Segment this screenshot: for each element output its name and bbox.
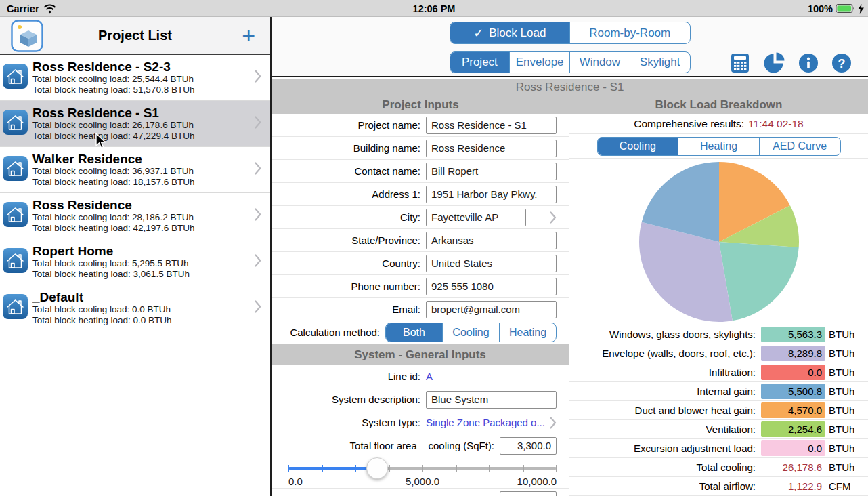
segment-cooling[interactable]: Cooling — [598, 138, 678, 155]
result-label: Excursion adjustment load: — [569, 442, 756, 454]
result-label: Windows, glass doors, skylights: — [569, 329, 756, 340]
slider-tick — [556, 465, 557, 472]
tab-segmented: ProjectEnvelopeWindowSkylight — [450, 51, 691, 73]
result-unit: BTUh — [829, 442, 860, 454]
city-field[interactable] — [426, 209, 526, 226]
field-label: Phone number: — [272, 281, 420, 292]
battery-icon — [836, 4, 855, 13]
segment-skylight[interactable]: Skylight — [630, 52, 690, 73]
svg-text:?: ? — [838, 56, 846, 70]
system-description-field[interactable] — [426, 391, 557, 409]
project-list-item-ross-residence-s2-3[interactable]: Ross Residence - S2-3 Total block coolin… — [0, 55, 270, 101]
chart-button[interactable] — [763, 51, 785, 74]
floor-area-cooling-field[interactable] — [500, 437, 557, 455]
building-name-field[interactable] — [426, 140, 557, 157]
add-project-button[interactable]: + — [242, 22, 255, 48]
house-icon — [3, 248, 28, 276]
result-label: Infiltration: — [569, 367, 756, 378]
system-description-row: System description: — [272, 388, 569, 411]
help-button[interactable]: ? — [831, 53, 852, 73]
address-1-field[interactable] — [426, 186, 557, 203]
state-province-row: State/Province: — [272, 229, 569, 252]
house-icon — [3, 64, 28, 91]
segment-label: Cooling — [452, 327, 489, 339]
split-view-divider[interactable] — [270, 17, 272, 496]
result-value-chip: 0.0 — [761, 365, 825, 380]
segment-block-load[interactable]: ✓Block Load — [450, 22, 570, 43]
segment-heating[interactable]: Heating — [678, 138, 759, 155]
chevron-right-icon — [255, 254, 261, 270]
segment-heating[interactable]: Heating — [499, 323, 556, 342]
segment-both[interactable]: Both — [386, 323, 442, 342]
breakdown-tab-segmented: CoolingHeatingAED Curve — [597, 137, 841, 156]
segment-label: Room-by-Room — [589, 26, 670, 40]
contact-name-field[interactable] — [426, 163, 557, 180]
email-field[interactable] — [426, 301, 557, 318]
result-value-chip: 0.0 — [761, 440, 825, 456]
house-icon — [3, 156, 28, 184]
project-name: Ross Residence — [32, 198, 255, 212]
slider-min-label: 0.0 — [288, 476, 303, 487]
result-value: 4,570.0 — [788, 405, 822, 416]
project-list-item-ross-residence-s1[interactable]: Ross Residence - S1 Total block cooling … — [0, 101, 270, 147]
slider-tick — [389, 465, 390, 472]
field-label: Project name: — [272, 119, 420, 131]
system-type-value[interactable]: Single Zone Packaged o... — [426, 417, 545, 428]
project-inputs-panel: Project name: Building name: Contact nam… — [272, 114, 569, 496]
app-screen: Carrier 12:06 PM 100% — [0, 0, 868, 496]
segment-label: Project — [462, 56, 498, 69]
segment-room-by-room[interactable]: Room-by-Room — [569, 22, 690, 43]
project-list-item-default[interactable]: _Default Total block cooling load: 0.0 B… — [0, 285, 270, 331]
segment-cooling[interactable]: Cooling — [442, 323, 499, 342]
chevron-right-icon — [255, 162, 261, 178]
info-button[interactable] — [798, 53, 819, 73]
segment-project[interactable]: Project — [450, 52, 510, 73]
field-label: Email: — [272, 304, 420, 315]
result-value: 5,500.8 — [788, 386, 822, 397]
app-logo-button[interactable] — [11, 20, 43, 55]
segment-label: Heating — [509, 327, 546, 339]
project-list-item-ropert-home[interactable]: Ropert Home Total block cooling load: 5,… — [0, 239, 270, 285]
project-name: Ross Residence - S2-3 — [32, 60, 255, 74]
comprehensive-results-label: Comprehensive results: — [634, 118, 744, 130]
project-heating-load: Total block heating load: 47,229.4 BTUh — [32, 131, 255, 142]
chevron-right-icon — [255, 300, 261, 316]
country-field[interactable] — [426, 255, 557, 272]
clock: 12:06 PM — [0, 0, 868, 17]
state-province-field[interactable] — [426, 232, 557, 249]
system-type-label: System type: — [272, 417, 420, 428]
segment-label: Block Load — [489, 26, 546, 40]
segment-label: Cooling — [620, 140, 656, 152]
field-label: State/Province: — [272, 234, 420, 246]
slider-track[interactable] — [288, 467, 557, 470]
segment-aed-curve[interactable]: AED Curve — [759, 138, 840, 155]
mouse-cursor — [94, 133, 109, 149]
chevron-right-icon[interactable] — [550, 211, 557, 224]
result-row-windows-glass-doors-skylights: Windows, glass doors, skylights: 5,563.3… — [569, 325, 868, 344]
floor-area-heating-field[interactable] — [500, 491, 557, 496]
project-name-field[interactable] — [426, 117, 557, 134]
project-cooling-load: Total block cooling load: 28,186.2 BTUh — [32, 212, 255, 224]
segment-envelope[interactable]: Envelope — [509, 52, 569, 73]
info-icon — [798, 53, 819, 73]
project-cooling-load: Total block cooling load: 5,295.5 BTUh — [32, 258, 255, 270]
project-cooling-load: Total block cooling load: 26,178.6 BTUh — [32, 120, 255, 131]
calculate-button[interactable] — [730, 53, 750, 73]
project-cooling-load: Total block cooling load: 36,937.1 BTUh — [32, 166, 255, 178]
phone-number-field[interactable] — [426, 278, 557, 295]
pie-chart — [569, 159, 868, 325]
segment-label: Window — [580, 56, 620, 69]
slider-tick — [489, 465, 490, 472]
project-list-item-ross-residence[interactable]: Ross Residence Total block cooling load:… — [0, 193, 270, 239]
project-inputs-header: Project Inputs — [272, 96, 569, 114]
project-list-item-walker-residence[interactable]: Walker Residence Total block cooling loa… — [0, 147, 270, 193]
slider-tick — [523, 465, 524, 472]
segment-window[interactable]: Window — [569, 52, 630, 73]
system-type-row[interactable]: System type: Single Zone Packaged o... — [272, 411, 569, 434]
result-unit: BTUh — [829, 423, 860, 435]
segment-label: Both — [403, 327, 425, 339]
result-label: Duct and blower heat gain: — [569, 405, 756, 416]
result-value-chip: 26,178.6 — [761, 459, 825, 475]
result-row-total-cooling: Total cooling: 26,178.6 BTUh — [569, 458, 868, 477]
chevron-right-icon — [255, 208, 261, 224]
